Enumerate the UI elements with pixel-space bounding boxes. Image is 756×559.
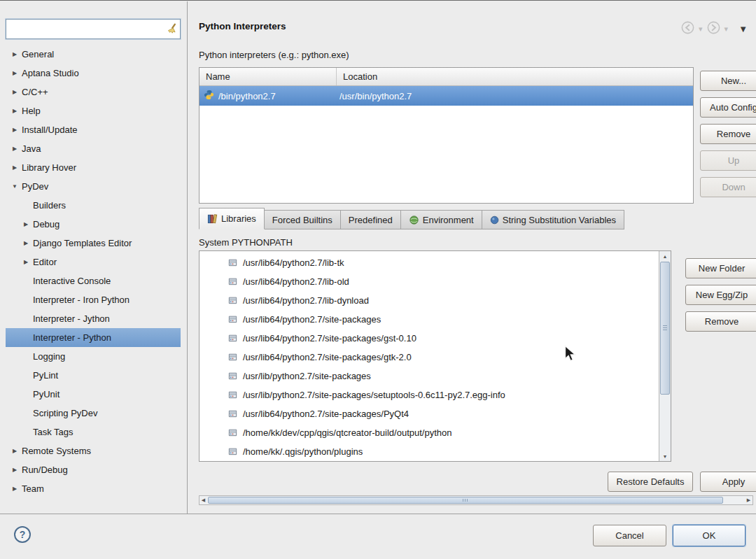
scroll-down-icon[interactable]: ▼	[659, 451, 671, 461]
back-button[interactable]	[680, 20, 695, 37]
header-nav: ▾ ▾ ▼	[680, 20, 750, 37]
new-egg-zip-button[interactable]: New Egg/Zip	[685, 285, 756, 305]
chevron-right-icon[interactable]: ▶	[21, 259, 31, 265]
ok-button[interactable]: OK	[673, 525, 746, 546]
sidebar-item-general[interactable]: ▶General	[6, 45, 181, 64]
list-item[interactable]: /usr/lib64/python2.7/lib-tk	[200, 253, 659, 272]
remove-button[interactable]: Remove	[685, 311, 756, 332]
sidebar-item-scripting-pydev[interactable]: Scripting PyDev	[6, 404, 181, 423]
list-item[interactable]: /usr/lib/python2.7/site-packages/setupto…	[200, 385, 659, 404]
library-entry-icon	[227, 351, 238, 364]
path-text: /usr/lib64/python2.7/lib-old	[243, 276, 349, 287]
vertical-scrollbar-thumb[interactable]	[660, 262, 670, 395]
scroll-up-icon[interactable]: ▲	[659, 251, 671, 261]
sidebar-item-pyunit[interactable]: PyUnit	[6, 385, 181, 404]
sidebar-item-run-debug[interactable]: ▶Run/Debug	[6, 460, 181, 479]
clear-filter-icon[interactable]	[164, 22, 180, 36]
chevron-right-icon[interactable]: ▶	[10, 164, 20, 171]
help-button[interactable]: ?	[14, 526, 31, 543]
remove-button[interactable]: Remove	[700, 124, 756, 144]
auto-config-button[interactable]: Auto Config	[700, 97, 756, 118]
sidebar-item-aptana-studio[interactable]: ▶Aptana Studio	[6, 64, 181, 83]
sidebar-item-logging[interactable]: Logging	[6, 347, 181, 366]
chevron-right-icon[interactable]: ▶	[10, 127, 20, 133]
sidebar-item-label: Help	[20, 104, 45, 118]
back-history-dropdown-icon[interactable]: ▾	[698, 24, 704, 34]
chevron-right-icon[interactable]: ▶	[10, 467, 20, 473]
sidebar-item-builders[interactable]: Builders	[6, 196, 181, 215]
chevron-right-icon[interactable]: ▶	[10, 146, 20, 152]
forward-history-dropdown-icon[interactable]: ▾	[724, 24, 729, 34]
chevron-right-icon[interactable]: ▶	[10, 70, 20, 76]
new-folder-button[interactable]: New Folder	[685, 258, 756, 278]
sidebar-item-interpreter-iron-python[interactable]: Interpreter - Iron Python	[6, 290, 181, 309]
list-item[interactable]: /usr/lib64/python2.7/site-packages/gtk-2…	[200, 348, 659, 367]
chevron-right-icon[interactable]: ▶	[21, 240, 31, 246]
list-item[interactable]: /usr/lib64/python2.7/lib-old	[200, 272, 659, 291]
chevron-right-icon[interactable]: ▶	[10, 108, 20, 114]
sidebar-item-label: PyDev	[20, 180, 52, 194]
tab-string-substitution-variables[interactable]: String Substitution Variables	[482, 210, 624, 229]
chevron-right-icon[interactable]: ▶	[10, 51, 20, 57]
table-row[interactable]: /bin/python2.7/usr/bin/python2.7	[200, 86, 693, 106]
sidebar-item-debug[interactable]: ▶Debug	[6, 215, 181, 234]
filter-box	[6, 19, 181, 39]
sidebar-item-interactive-console[interactable]: Interactive Console	[6, 271, 181, 290]
forward-button[interactable]	[706, 20, 721, 37]
pythonpath-listbox: /usr/lib64/python2.7/lib-tk/usr/lib64/py…	[199, 250, 671, 462]
preferences-dialog: { "colors": { "selection_blue": "#5388c8…	[0, 0, 756, 559]
path-text: /home/kk/.qgis/python/plugins	[243, 446, 363, 457]
sidebar-item-help[interactable]: ▶Help	[6, 101, 181, 120]
sidebar-item-install-update[interactable]: ▶Install/Update	[6, 120, 181, 139]
sidebar-item-interpreter-python[interactable]: Interpreter - Python	[6, 328, 181, 347]
vertical-scrollbar[interactable]: ▲ ▼	[659, 251, 671, 461]
filter-input[interactable]	[6, 20, 164, 38]
sidebar-item-remote-systems[interactable]: ▶Remote Systems	[6, 441, 181, 460]
chevron-right-icon[interactable]: ▶	[21, 221, 31, 227]
scroll-right-icon[interactable]: ▶	[745, 496, 752, 504]
tab-predefined[interactable]: Predefined	[341, 210, 401, 229]
sidebar-tree: ▶General▶Aptana Studio▶C/C++▶Help▶Instal…	[0, 45, 188, 498]
apply-button[interactable]: Apply	[700, 472, 756, 492]
restore-defaults-button[interactable]: Restore Defaults	[608, 472, 693, 492]
list-item[interactable]: /home/kk/dev/cpp/qgis/qtcreator-build/ou…	[200, 423, 659, 442]
cancel-button[interactable]: Cancel	[593, 525, 666, 546]
sidebar-item-label: Aptana Studio	[20, 66, 83, 80]
scroll-left-icon[interactable]: ◀	[200, 496, 207, 504]
list-item[interactable]: /usr/lib64/python2.7/lib-dynload	[200, 291, 659, 310]
sidebar-item-django-templates-editor[interactable]: ▶Django Templates Editor	[6, 234, 181, 253]
list-item[interactable]: /home/kk/.qgis/python/plugins	[200, 442, 659, 461]
tab-bar: LibrariesForced BuiltinsPredefinedEnviro…	[199, 208, 624, 229]
sidebar-item-c-c[interactable]: ▶C/C++	[6, 83, 181, 101]
list-item[interactable]: /usr/lib64/python2.7/site-packages/PyQt4	[200, 404, 659, 423]
tab-libraries[interactable]: Libraries	[199, 208, 265, 229]
sidebar-item-pydev[interactable]: ▼PyDev	[6, 177, 181, 196]
column-header-name[interactable]: Name	[200, 68, 337, 85]
tab-label: Forced Builtins	[272, 215, 332, 225]
chevron-right-icon[interactable]: ▶	[10, 89, 20, 95]
horizontal-scrollbar-thumb[interactable]	[208, 497, 723, 504]
list-item[interactable]: /usr/lib64/python2.7/site-packages/gst-0…	[200, 329, 659, 348]
column-header-location[interactable]: Location	[337, 68, 693, 85]
sidebar-item-java[interactable]: ▶Java	[6, 139, 181, 158]
sidebar-item-library-hover[interactable]: ▶Library Hover	[6, 158, 181, 177]
path-text: /usr/lib64/python2.7/site-packages/gst-0…	[243, 333, 416, 344]
view-menu-button[interactable]: ▼	[738, 24, 750, 34]
sidebar-item-editor[interactable]: ▶Editor	[6, 253, 181, 271]
sidebar-item-pylint[interactable]: PyLint	[6, 366, 181, 385]
list-item[interactable]: /usr/lib64/python2.7/site-packages	[200, 310, 659, 329]
sidebar-item-task-tags[interactable]: Task Tags	[6, 423, 181, 441]
sidebar-item-team[interactable]: ▶Team	[6, 479, 181, 498]
horizontal-scrollbar[interactable]: ◀ ▶	[199, 495, 753, 505]
sidebar-item-label: PyLint	[31, 369, 62, 383]
sidebar-item-label: Debug	[31, 218, 64, 232]
tab-forced-builtins[interactable]: Forced Builtins	[265, 210, 341, 229]
sidebar-item-label: Remote Systems	[20, 444, 95, 458]
chevron-right-icon[interactable]: ▶	[10, 486, 20, 492]
sidebar-item-interpreter-jython[interactable]: Interpreter - Jython	[6, 309, 181, 328]
tab-environment[interactable]: Environment	[401, 210, 482, 229]
chevron-right-icon[interactable]: ▶	[10, 448, 20, 454]
new-button[interactable]: New...	[700, 71, 756, 91]
list-item[interactable]: /usr/lib/python2.7/site-packages	[200, 367, 659, 385]
chevron-down-icon[interactable]: ▼	[10, 183, 20, 190]
